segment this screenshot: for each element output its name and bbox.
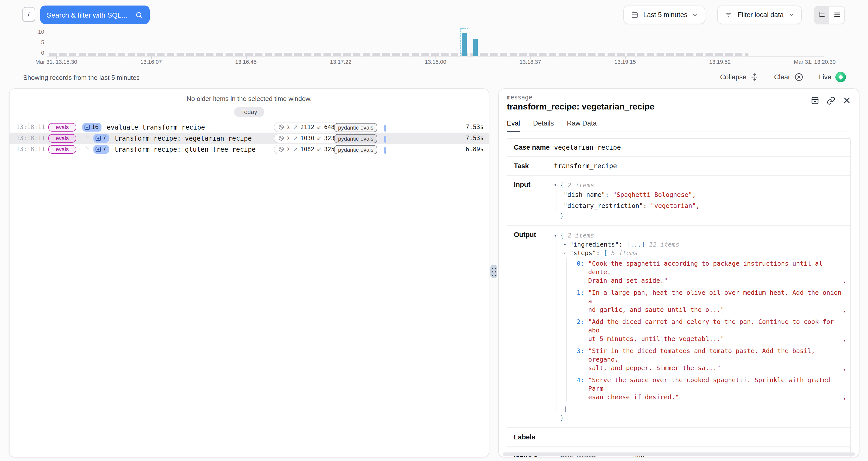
copy-link-button[interactable] — [827, 96, 835, 105]
row-title: transform_recipe: gluten_free_recipe — [114, 145, 256, 153]
search-button[interactable]: Search & filter with SQL... — [40, 5, 150, 24]
input-json-viewer[interactable]: ▾{ 2 items dish_name: Spaghetti Bolognes… — [554, 181, 850, 220]
x-axis-tick-label: 13:18:00 — [425, 59, 446, 65]
list-view-button[interactable] — [829, 6, 844, 23]
search-icon — [135, 11, 143, 19]
row-package-badge: pydantic-evals — [334, 145, 382, 154]
output-label: Output — [507, 231, 554, 422]
trace-row[interactable]: 13:18:11 evals 7 transform_recipe: veget… — [9, 132, 489, 144]
task-row: Task transform_recipe — [507, 157, 850, 176]
live-label: Live — [819, 73, 831, 81]
json-entry: dish_name: Spaghetti Bolognese, — [564, 189, 846, 201]
tab-eval[interactable]: Eval — [507, 120, 520, 132]
y-axis-tick: 0 — [31, 50, 44, 56]
expand-caret-icon[interactable]: ▸ — [564, 240, 569, 249]
trace-rows: 13:18:11 evals 16 evaluate transform_rec… — [9, 122, 489, 155]
histogram-bar[interactable] — [473, 39, 478, 56]
row-duration: 7.53s — [458, 134, 484, 142]
row-expand-badge[interactable]: 7 — [93, 134, 109, 142]
clear-icon — [794, 72, 804, 82]
x-axis-tick-label: 13:19:15 — [614, 59, 636, 65]
filter-local-data-button[interactable]: Filter local data — [718, 5, 802, 24]
tree-view-button[interactable] — [814, 6, 829, 23]
row-evals-tag[interactable]: evals — [48, 134, 76, 142]
row-token-pill: Σ↗1030↙323 — [274, 133, 334, 143]
collapse-button[interactable]: Collapse — [720, 73, 759, 81]
search-button-label: Search & filter with SQL... — [47, 11, 127, 19]
collapse-caret-icon[interactable]: ▾ — [554, 231, 560, 240]
row-title: evaluate transform_recipe — [107, 123, 205, 131]
live-indicator-icon — [835, 72, 846, 82]
timeline-plot[interactable]: Mar 31. 13:15:3013:16:0713:16:4513:17:22… — [47, 28, 824, 68]
trace-row[interactable]: 13:18:11 evals 7 transform_recipe: glute… — [9, 144, 489, 155]
expand-node-icon — [95, 135, 101, 141]
timeline-chart[interactable]: 10 5 0 Mar 31. 13:15:3013:16:0713:16:451… — [0, 28, 868, 68]
x-axis-tick — [151, 56, 152, 59]
panel-resize-handle[interactable] — [490, 265, 497, 278]
detail-tabs: EvalDetailsRaw Data — [507, 120, 851, 132]
collapse-label: Collapse — [720, 73, 746, 81]
row-timestamp: 13:18:11 — [9, 146, 41, 153]
json-entry: dietary_restriction: vegetarian, — [564, 201, 846, 211]
histogram-bar[interactable] — [462, 33, 467, 56]
view-mode-toggle — [814, 6, 845, 24]
eval-table: Case name vegetarian_recipe Task transfo… — [507, 138, 851, 458]
empty-window-notice: No older items in the selected time wind… — [9, 95, 489, 102]
tree-connector — [86, 131, 92, 149]
input-label: Input — [507, 181, 554, 220]
x-axis-tick-label: 13:18:37 — [520, 59, 541, 65]
labels-label: Labels — [507, 433, 554, 441]
case-name-row: Case name vegetarian_recipe — [507, 139, 850, 157]
json-array-item: 4: Serve the sauce over the cooked spagh… — [573, 375, 846, 401]
json-array-item: 3: Stir in the diced tomatoes and tomato… — [573, 346, 846, 372]
close-panel-button[interactable] — [843, 96, 851, 105]
task-label: Task — [507, 162, 554, 170]
filter-local-data-label: Filter local data — [738, 11, 784, 19]
x-axis-tick-label: Mar 31. 13:15:30 — [35, 59, 77, 65]
row-expand-badge[interactable]: 7 — [93, 145, 109, 153]
row-duration: 7.53s — [458, 124, 484, 130]
tab-raw-data[interactable]: Raw Data — [567, 120, 597, 131]
x-axis-tick — [720, 56, 720, 59]
showing-records-text: Showing records from the last 5 minutes — [23, 74, 140, 81]
token-coin-icon — [278, 146, 284, 152]
x-axis-tick-label: Mar 31. 13:20:30 — [794, 59, 836, 65]
row-evals-tag[interactable]: evals — [48, 145, 76, 153]
y-axis-tick: 10 — [31, 29, 44, 35]
clear-label: Clear — [774, 73, 790, 81]
timeline-baseline-dashes — [49, 53, 748, 56]
row-token-pill: Σ↗2112↙648 — [274, 122, 334, 132]
row-expand-badge[interactable]: 16 — [82, 123, 102, 131]
trace-row[interactable]: 13:18:11 evals 16 evaluate transform_rec… — [9, 122, 489, 132]
live-button[interactable]: Live — [819, 72, 846, 82]
x-axis-tick — [246, 56, 246, 59]
chevron-down-icon — [692, 12, 698, 18]
expand-node-icon — [95, 146, 101, 152]
collapse-caret-icon[interactable]: ▾ — [564, 249, 569, 257]
dock-panel-button[interactable] — [811, 96, 819, 105]
x-axis-tick-label: 13:16:45 — [235, 59, 257, 65]
span-kind-label: message — [507, 89, 851, 101]
row-package-badge: pydantic-evals — [334, 133, 382, 143]
row-evals-tag[interactable]: evals — [48, 123, 76, 131]
app-window: / Search & filter with SQL... Last 5 min… — [0, 0, 868, 461]
time-range-button[interactable]: Last 5 minutes — [623, 5, 706, 24]
tree-view-icon — [818, 11, 826, 19]
row-token-pill: Σ↗1082↙325 — [274, 144, 334, 154]
horizontal-scrollbar[interactable] — [503, 453, 855, 456]
collapse-caret-icon[interactable]: ▾ — [554, 181, 560, 189]
detail-panel: message transform_recipe: vegetarian_rec… — [498, 88, 860, 458]
time-range-label: Last 5 minutes — [643, 11, 687, 19]
collapse-icon — [750, 73, 759, 81]
tab-details[interactable]: Details — [533, 120, 554, 131]
calendar-icon — [631, 11, 638, 19]
output-row: Output ▾{ 2 items ▸ingredients: [...] 12… — [507, 226, 850, 428]
slash-shortcut-keycap: / — [22, 7, 35, 22]
clear-button[interactable]: Clear — [774, 72, 804, 82]
dock-panel-icon — [811, 96, 819, 105]
x-axis-tick-label: 13:16:07 — [141, 59, 162, 65]
token-coin-icon — [278, 124, 284, 130]
output-json-viewer[interactable]: ▾{ 2 items ▸ingredients: [...] 12 items … — [554, 231, 850, 422]
row-timestamp: 13:18:11 — [9, 134, 41, 142]
x-axis-tick — [530, 56, 531, 59]
